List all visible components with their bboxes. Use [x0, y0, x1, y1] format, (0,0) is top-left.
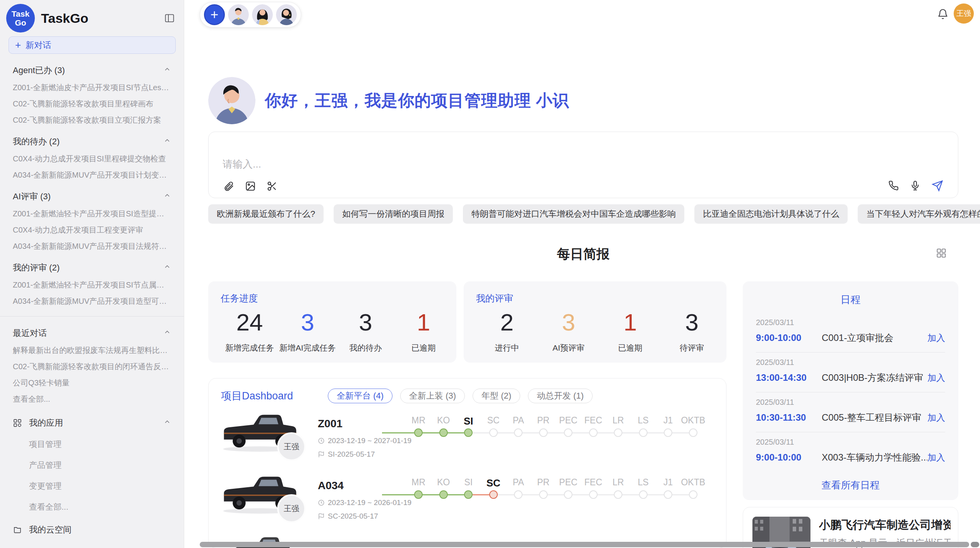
- suggestion-chip[interactable]: 当下年轻人对汽车外观有怎样的喜好趋势: [858, 204, 980, 224]
- my-apps-label: 我的应用: [29, 417, 63, 429]
- section-label: 我的评审 (2): [13, 262, 60, 274]
- microphone-icon[interactable]: [910, 180, 921, 191]
- sidebar-section-recent-chats[interactable]: 最近对话: [13, 327, 171, 339]
- sidebar-item[interactable]: 解释最新出台的欧盟报废车法规再生塑料比例被调至15%...: [13, 345, 171, 355]
- greeting: 你好，王强，我是你的项目管理助理 小识: [208, 77, 569, 125]
- stat-value: 3: [661, 308, 723, 336]
- milestone-node: [539, 428, 548, 437]
- sidebar-item[interactable]: Z001-全新燃油皮卡产品开发项目SI节点Lesson Learn报告: [13, 82, 171, 92]
- sidebar-item[interactable]: A034-全新新能源MUV产品开发项目造型可行性评审: [13, 296, 171, 306]
- suggestion-chip[interactable]: 比亚迪全固态电池计划具体说了什么: [694, 204, 848, 224]
- suggestion-chip[interactable]: 特朗普可能对进口汽车增税会对中国车企造成哪些影响: [463, 204, 684, 224]
- new-chat-button[interactable]: + 新对话: [9, 36, 176, 54]
- milestone-node: [639, 490, 648, 499]
- project-name: A034: [318, 480, 407, 492]
- milestone-stepper: MR KO SI SC PA PR PEC FEC LR LS J1 OKTB: [406, 415, 706, 437]
- join-button[interactable]: 加入: [927, 412, 945, 424]
- chevron-up-icon[interactable]: [163, 328, 171, 338]
- project-name: Z001: [318, 418, 407, 430]
- scissors-icon[interactable]: [267, 181, 278, 192]
- tab-new-platform[interactable]: 全新平台 (4): [328, 389, 392, 403]
- event-time: 10:30-11:30: [756, 412, 822, 423]
- sidebar-section-agent-done[interactable]: Agent已办 (3): [13, 65, 171, 76]
- milestone-node: [539, 490, 548, 499]
- flag-icon: [318, 513, 325, 520]
- chevron-up-icon[interactable]: [163, 65, 171, 75]
- chevron-up-icon[interactable]: [163, 418, 171, 428]
- sidebar-item[interactable]: C0X4-动力总成开发项目工程变更评审: [13, 225, 171, 235]
- sidebar-item[interactable]: C0X4-动力总成开发项目SI里程碑提交物检查: [13, 154, 171, 164]
- suggestion-chip[interactable]: 如何写一份清晰的项目周报: [334, 204, 453, 224]
- sidebar-item[interactable]: 公司Q3轻卡销量: [13, 378, 171, 388]
- add-agent-button[interactable]: [204, 4, 225, 25]
- milestone-node: [439, 490, 448, 499]
- agent-avatar-3[interactable]: [276, 4, 297, 25]
- card-title: 任务进度: [221, 292, 452, 305]
- logo-line-1: Task: [12, 9, 29, 18]
- chevron-up-icon[interactable]: [163, 263, 171, 273]
- view-all-schedule-link[interactable]: 查看所有日程: [743, 479, 958, 491]
- sidebar-item-product-mgmt[interactable]: 产品管理: [29, 460, 171, 471]
- tab-new-body[interactable]: 全新上装 (3): [400, 389, 465, 403]
- milestone-node: [489, 428, 498, 437]
- sidebar-item-my-apps[interactable]: 我的应用: [13, 417, 171, 429]
- image-icon[interactable]: [245, 181, 256, 192]
- sidebar-item[interactable]: Z001-全新燃油轻卡产品开发项目SI造型提交物评审: [13, 209, 171, 219]
- task-progress-card: 任务进度 24新增完成任务 3新增AI完成任务 3我的待办 1已逾期: [208, 281, 456, 363]
- stat: 2进行中: [476, 308, 538, 353]
- agent-avatar-2[interactable]: [252, 4, 273, 25]
- sidebar-item[interactable]: Z001-全新燃油轻卡产品开发项目SI节点属性5D文件评审: [13, 280, 171, 290]
- suggestion-chip[interactable]: 欧洲新规最近颁布了什么?: [208, 204, 324, 224]
- sidebar-section-my-todo[interactable]: 我的待办 (2): [13, 136, 171, 147]
- sidebar-toggle-icon[interactable]: [163, 12, 176, 25]
- sidebar-item[interactable]: 查看全部...: [13, 394, 171, 404]
- project-row-z001[interactable]: 王强 Z001 2023-12-19 ~ 2027-01-19 SI-2025-…: [209, 408, 726, 469]
- app-root: Task Go TaskGo + 新对话 Agent已办 (3) Z001-全新…: [0, 0, 980, 548]
- milestone-label: LR: [613, 477, 624, 490]
- project-row-a034[interactable]: 王强 A034 2023-12-19 ~ 2026-01-19 SC-2025-…: [209, 469, 726, 531]
- tab-year-model[interactable]: 年型 (2): [473, 389, 520, 403]
- join-button[interactable]: 加入: [927, 332, 945, 344]
- sidebar-item[interactable]: A034-全新新能源MUV产品开发项目计划变更表编写: [13, 170, 171, 180]
- horizontal-scrollbar: [200, 542, 979, 547]
- milestone-node: [614, 428, 622, 437]
- sidebar-item[interactable]: C02-飞腾新能源轻客改款项目里程碑画布: [13, 99, 171, 109]
- attachment-icon[interactable]: [223, 181, 234, 192]
- join-button[interactable]: 加入: [927, 372, 945, 384]
- sidebar-section-ai-review[interactable]: AI评审 (3): [13, 191, 171, 202]
- sidebar-item[interactable]: C02-飞腾新能源轻客改款项目的闭环通告反馈情况: [13, 361, 171, 372]
- stat-label: 新增完成任务: [221, 342, 279, 353]
- user-avatar[interactable]: 王强: [954, 3, 974, 24]
- sidebar-item[interactable]: C02-飞腾新能源轻客改款项目立项汇报方案: [13, 115, 171, 125]
- agent-switcher: [200, 2, 301, 27]
- sidebar-section-my-review[interactable]: 我的评审 (2): [13, 262, 171, 274]
- layout-grid-icon[interactable]: [936, 248, 947, 259]
- sidebar-item-view-all-apps[interactable]: 查看全部...: [29, 502, 171, 512]
- daily-briefing-title: 每日简报: [208, 245, 958, 263]
- section-label: 我的待办 (2): [13, 136, 60, 147]
- milestone-node: [664, 428, 672, 437]
- sidebar-item[interactable]: A034-全新新能源MUV产品开发项目法规符合性评审: [13, 241, 171, 251]
- send-icon[interactable]: [932, 180, 943, 192]
- milestone-label: J1: [663, 477, 673, 490]
- sidebar-item-my-cloud[interactable]: 我的云空间: [13, 524, 171, 536]
- scrollbar-fragment[interactable]: [971, 542, 979, 547]
- event-date: 2025/03/11: [756, 353, 945, 367]
- chevron-up-icon[interactable]: [163, 137, 171, 147]
- join-button[interactable]: 加入: [927, 452, 945, 464]
- tab-powertrain[interactable]: 动总开发 (1): [528, 389, 593, 403]
- stat-label: 新增AI完成任务: [279, 342, 337, 353]
- sidebar-item-change-mgmt[interactable]: 变更管理: [29, 481, 171, 491]
- chevron-up-icon[interactable]: [163, 192, 171, 202]
- milestone-label: MR: [411, 415, 425, 428]
- milestone-node: [464, 490, 473, 499]
- milestone-label: PEC: [559, 477, 577, 490]
- sidebar-item-project-mgmt[interactable]: 项目管理: [29, 439, 171, 450]
- notification-bell-icon[interactable]: [937, 9, 949, 20]
- phone-icon[interactable]: [888, 180, 899, 191]
- agent-avatar-1[interactable]: [228, 4, 249, 25]
- scrollbar-thumb[interactable]: [200, 542, 969, 547]
- milestone-label: J1: [663, 415, 673, 428]
- section-label: AI评审 (3): [13, 191, 51, 202]
- chat-input[interactable]: [223, 132, 764, 178]
